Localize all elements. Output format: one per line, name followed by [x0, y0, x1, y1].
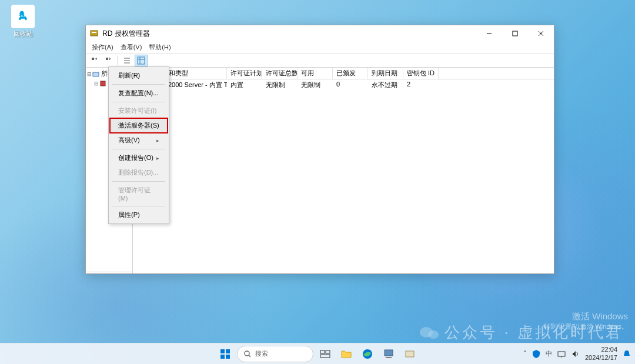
svg-rect-29 [386, 357, 392, 358]
toolbar-btn-1[interactable] [88, 55, 101, 66]
cell-available: 无限制 [298, 79, 333, 90]
server-manager-icon [383, 348, 395, 360]
menu-delete-report: 删除报告(D)... [110, 165, 168, 180]
titlebar[interactable]: RD 授权管理器 [86, 25, 554, 42]
taskbar: 搜索 ˄ 中 22:04 2024/12/17 [0, 343, 635, 364]
ime-indicator[interactable]: 中 [546, 349, 552, 358]
menu-help[interactable]: 帮助(H) [145, 42, 174, 53]
svg-rect-14 [93, 72, 99, 76]
cell-keyid: 2 [403, 79, 439, 90]
list-row[interactable]: 2000 Server - 内置 TS 每设... 内置 无限制 无限制 0 永… [133, 79, 554, 90]
svg-rect-3 [513, 31, 517, 36]
list-header: 许可证版本和类型 许可证计划 许可证总数 可用 已颁发 到期日期 密钥包 ID [133, 68, 554, 79]
svg-rect-31 [558, 352, 565, 356]
menu-activate-server[interactable]: 激活服务器(S) [110, 118, 168, 133]
col-available[interactable]: 可用 [298, 68, 333, 79]
submenu-arrow-icon: ▸ [156, 138, 159, 143]
svg-rect-1 [92, 32, 96, 33]
toolbar [86, 54, 554, 68]
svg-point-22 [245, 351, 249, 356]
svg-rect-18 [220, 349, 225, 353]
col-keyid[interactable]: 密钥包 ID [403, 68, 439, 79]
start-button[interactable] [216, 345, 235, 363]
col-plan[interactable]: 许可证计划 [227, 68, 262, 79]
search-box[interactable]: 搜索 [237, 346, 313, 362]
toolbar-btn-list[interactable] [121, 55, 133, 66]
task-view-icon [319, 348, 331, 360]
col-expiry[interactable]: 到期日期 [368, 68, 403, 79]
svg-rect-15 [101, 81, 105, 86]
app-icon [89, 29, 99, 38]
windows-icon [219, 348, 231, 360]
notifications-icon[interactable] [622, 349, 631, 359]
svg-rect-30 [406, 351, 414, 357]
svg-line-23 [249, 355, 250, 357]
cell-total: 无限制 [262, 79, 298, 90]
svg-rect-26 [320, 355, 330, 358]
clock[interactable]: 22:04 2024/12/17 [585, 346, 617, 361]
svg-rect-21 [226, 355, 230, 359]
rd-license-button[interactable] [400, 345, 419, 363]
svg-point-17 [428, 330, 439, 339]
menubar: 操作(A) 查看(V) 帮助(H) [86, 42, 554, 54]
menu-advanced[interactable]: 高级(V)▸ [110, 133, 168, 148]
security-icon[interactable] [532, 349, 541, 359]
cell-expiry: 永不过期 [368, 79, 403, 90]
recycle-bin-icon [16, 10, 29, 23]
menu-view[interactable]: 查看(V) [117, 42, 146, 53]
branding-watermark: 公众号 · 虚拟化时代君 [419, 322, 623, 343]
folder-icon [340, 348, 352, 360]
minimize-button[interactable] [476, 25, 502, 42]
toolbar-btn-details[interactable] [135, 55, 148, 66]
window-title: RD 授权管理器 [102, 29, 476, 39]
col-total[interactable]: 许可证总数 [262, 68, 298, 79]
server-icon [99, 79, 107, 88]
server-manager-button[interactable] [379, 345, 398, 363]
col-issued[interactable]: 已颁发 [333, 68, 368, 79]
edge-button[interactable] [358, 345, 377, 363]
edge-icon [362, 348, 373, 360]
menu-manage-license: 管理许可证(M) [110, 183, 168, 205]
license-icon [404, 348, 416, 360]
menu-install-license: 安装许可证(I) [110, 103, 168, 118]
cell-issued: 0 [333, 79, 368, 90]
server-group-icon [92, 70, 100, 78]
menu-create-report[interactable]: 创建报告(O)▸ [110, 151, 168, 165]
svg-rect-0 [91, 31, 98, 36]
svg-rect-11 [138, 57, 145, 64]
system-tray: ˄ 中 22:04 2024/12/17 [523, 346, 631, 361]
svg-rect-19 [226, 349, 230, 353]
svg-rect-28 [385, 350, 393, 356]
context-menu: 刷新(R) 复查配置(N)... 安装许可证(I) 激活服务器(S) 高级(V)… [108, 66, 169, 224]
sash-divider[interactable] [86, 272, 132, 273]
recycle-bin-label: 回收站 [8, 29, 38, 38]
svg-rect-6 [92, 58, 94, 60]
menu-properties[interactable]: 属性(P) [110, 208, 168, 222]
task-view-button[interactable] [316, 345, 335, 363]
svg-rect-25 [326, 350, 330, 353]
svg-rect-20 [220, 355, 225, 359]
menu-review-config[interactable]: 复查配置(N)... [110, 86, 168, 101]
explorer-button[interactable] [337, 345, 356, 363]
close-button[interactable] [528, 25, 554, 42]
svg-rect-7 [106, 58, 108, 60]
network-icon[interactable] [557, 349, 566, 359]
tray-overflow-icon[interactable]: ˄ [523, 350, 527, 358]
cell-plan: 内置 [227, 79, 262, 90]
maximize-button[interactable] [502, 25, 528, 42]
menu-refresh[interactable]: 刷新(R) [110, 68, 168, 83]
search-icon [243, 350, 252, 358]
wechat-icon [419, 325, 440, 341]
volume-icon[interactable] [571, 349, 580, 359]
submenu-arrow-icon: ▸ [156, 155, 159, 161]
desktop-icon-recycle-bin[interactable]: 回收站 [8, 5, 38, 38]
list-pane: 许可证版本和类型 许可证计划 许可证总数 可用 已颁发 到期日期 密钥包 ID … [133, 68, 554, 273]
svg-rect-24 [320, 350, 325, 353]
menu-action[interactable]: 操作(A) [88, 42, 117, 53]
toolbar-btn-2[interactable] [102, 55, 115, 66]
